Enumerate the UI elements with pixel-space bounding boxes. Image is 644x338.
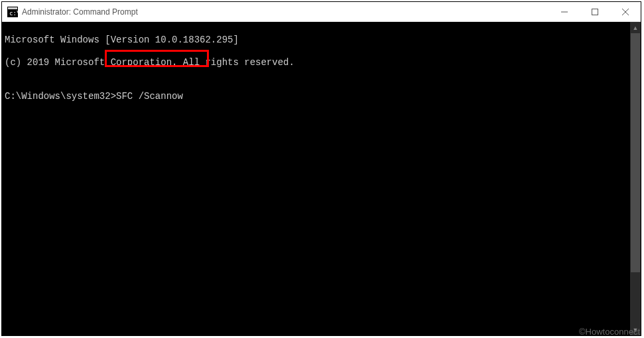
title-bar[interactable]: c:\ Administrator: Command Prompt	[2, 2, 641, 22]
cmd-icon: c:\	[7, 7, 18, 17]
window-controls	[549, 2, 641, 22]
watermark-text: ©Howtoconnect	[579, 327, 640, 337]
window-title: Administrator: Command Prompt	[22, 7, 138, 17]
scrollbar-thumb[interactable]	[631, 33, 640, 272]
window-frame: c:\ Administrator: Command Prompt Micros…	[1, 1, 641, 336]
terminal-body[interactable]: Microsoft Windows [Version 10.0.18362.29…	[2, 22, 641, 335]
scroll-up-arrow[interactable]: ▲	[630, 22, 641, 33]
svg-rect-4	[592, 9, 598, 15]
prompt-path: C:\Windows\system32>	[5, 91, 116, 102]
terminal-output: Microsoft Windows [Version 10.0.18362.29…	[2, 22, 629, 335]
vertical-scrollbar[interactable]: ▲ ▼	[629, 22, 641, 335]
svg-rect-1	[8, 7, 17, 9]
typed-command: SFC /Scannow	[116, 91, 183, 102]
maximize-button[interactable]	[580, 2, 610, 22]
close-button[interactable]	[610, 2, 641, 22]
svg-text:c:\: c:\	[9, 10, 18, 17]
output-line: (c) 2019 Microsoft Corporation. All righ…	[5, 57, 629, 68]
output-line: Microsoft Windows [Version 10.0.18362.29…	[5, 35, 629, 46]
minimize-button[interactable]	[549, 2, 580, 22]
prompt-line: C:\Windows\system32>SFC /Scannow	[5, 91, 629, 102]
